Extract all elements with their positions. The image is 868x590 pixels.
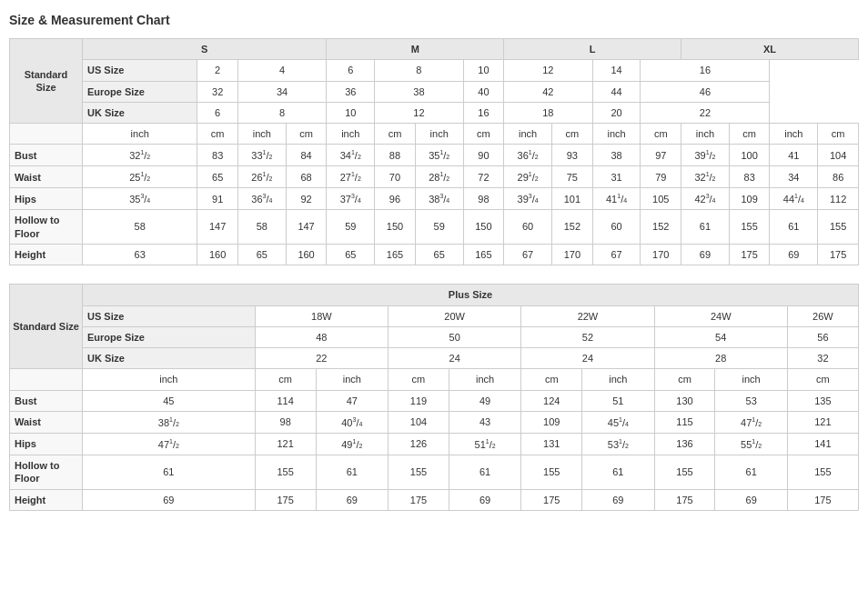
standard-size-header: StandardSize — [10, 39, 83, 124]
cm-p3: cm — [521, 369, 582, 390]
cm-4: cm — [463, 124, 504, 145]
eu-54: 54 — [654, 326, 787, 347]
inch-p3: inch — [449, 369, 520, 390]
uk-size-label: UK Size — [83, 102, 197, 123]
size-chart-table-2: Standard Size Plus Size US Size 18W 20W … — [9, 284, 859, 511]
waist-label-2: Waist — [10, 412, 83, 434]
height-label: Height — [10, 244, 83, 265]
us-2: 2 — [197, 60, 238, 81]
cm-2: cm — [286, 124, 327, 145]
empty-header-2 — [10, 369, 83, 390]
l-header: L — [504, 39, 681, 60]
xl-header: XL — [681, 39, 859, 60]
eu-50: 50 — [389, 326, 521, 347]
hollow-to-floor-label-2: Hollow to Floor — [10, 455, 83, 489]
cm-3: cm — [375, 124, 416, 145]
eu-34: 34 — [237, 81, 326, 102]
eu-size-label-2: Europe Size — [83, 326, 256, 347]
uk-6: 6 — [197, 102, 238, 123]
uk-22: 22 — [641, 102, 770, 123]
uk-32: 32 — [787, 348, 858, 369]
uk-22b: 22 — [255, 348, 388, 369]
uk-24: 24 — [389, 348, 521, 369]
us-20w: 20W — [389, 305, 521, 326]
eu-56: 56 — [787, 326, 858, 347]
cm-p1: cm — [255, 369, 316, 390]
waist-row: Waist 251/265 261/268 271/270 281/272 29… — [10, 166, 859, 188]
uk-24b: 24 — [521, 348, 654, 369]
uk-10: 10 — [327, 102, 375, 123]
cm-p2: cm — [389, 369, 449, 390]
chart-title: Size & Measurement Chart — [9, 9, 859, 31]
uk-20: 20 — [592, 102, 641, 123]
hips-label-2: Hips — [10, 433, 83, 455]
inch-7: inch — [681, 124, 730, 145]
hollow-to-floor-row-2: Hollow to Floor 61155 61155 61155 61155 … — [10, 455, 859, 489]
inch-6: inch — [592, 124, 641, 145]
inch-p4: inch — [582, 369, 654, 390]
bust-row: Bust 321/283 331/284 341/288 351/290 361… — [10, 145, 859, 166]
standard-size-header-2: Standard Size — [10, 285, 83, 369]
height-label-2: Height — [10, 489, 83, 510]
eu-44: 44 — [592, 81, 641, 102]
uk-28: 28 — [654, 348, 787, 369]
eu-size-label: Europe Size — [83, 81, 197, 102]
us-size-label-2: US Size — [83, 305, 256, 326]
us-4: 4 — [237, 60, 326, 81]
inch-1: inch — [83, 124, 197, 145]
bust-label: Bust — [10, 145, 83, 166]
height-row: Height 63160 65160 65165 65165 67170 671… — [10, 244, 859, 265]
us-8: 8 — [375, 60, 463, 81]
us-12: 12 — [504, 60, 592, 81]
uk-16: 16 — [463, 102, 504, 123]
plus-size-header: Plus Size — [83, 285, 859, 305]
us-16: 16 — [641, 60, 770, 81]
cm-7: cm — [729, 124, 770, 145]
m-header: M — [327, 39, 504, 60]
us-size-label: US Size — [83, 60, 197, 81]
inch-8: inch — [770, 124, 818, 145]
eu-38: 38 — [375, 81, 463, 102]
waist-label: Waist — [10, 166, 83, 188]
us-18w: 18W — [255, 305, 388, 326]
cm-6: cm — [641, 124, 681, 145]
eu-52: 52 — [521, 326, 654, 347]
inch-5: inch — [504, 124, 552, 145]
hips-row: Hips 353/491 363/492 373/496 383/498 393… — [10, 188, 859, 210]
inch-3: inch — [327, 124, 375, 145]
cm-5: cm — [552, 124, 593, 145]
us-14: 14 — [592, 60, 641, 81]
inch-p5: inch — [715, 369, 787, 390]
inch-4: inch — [415, 124, 463, 145]
eu-46: 46 — [641, 81, 770, 102]
hollow-to-floor-label: Hollow toFloor — [10, 210, 83, 245]
uk-12: 12 — [375, 102, 463, 123]
eu-40: 40 — [463, 81, 504, 102]
uk-8: 8 — [237, 102, 326, 123]
cm-1: cm — [197, 124, 238, 145]
eu-36: 36 — [327, 81, 375, 102]
eu-42: 42 — [504, 81, 592, 102]
waist-row-2: Waist 381/298 403/4104 43109 451/4115 47… — [10, 412, 859, 434]
cm-8: cm — [818, 124, 859, 145]
hips-row-2: Hips 471/2121 491/2126 511/2131 531/2136… — [10, 433, 859, 455]
us-6: 6 — [327, 60, 375, 81]
hips-label: Hips — [10, 188, 83, 210]
height-row-2: Height 69175 69175 69175 69175 69175 — [10, 489, 859, 510]
eu-32: 32 — [197, 81, 238, 102]
uk-18: 18 — [504, 102, 592, 123]
us-26w: 26W — [787, 305, 858, 326]
empty-header — [10, 124, 83, 145]
cm-p5: cm — [787, 369, 858, 390]
uk-size-label-2: UK Size — [83, 348, 256, 369]
bust-label-2: Bust — [10, 390, 83, 411]
us-22w: 22W — [521, 305, 654, 326]
hollow-to-floor-row: Hollow toFloor 58147 58147 59150 59150 6… — [10, 210, 859, 245]
cm-p4: cm — [654, 369, 715, 390]
bust-row-2: Bust 45114 47119 49124 51130 53135 — [10, 390, 859, 411]
us-24w: 24W — [654, 305, 787, 326]
inch-2: inch — [237, 124, 286, 145]
inch-p2: inch — [316, 369, 388, 390]
s-header: S — [83, 39, 327, 60]
size-chart-table-1: StandardSize S M L XL US Size 2 4 6 8 10… — [9, 38, 859, 265]
